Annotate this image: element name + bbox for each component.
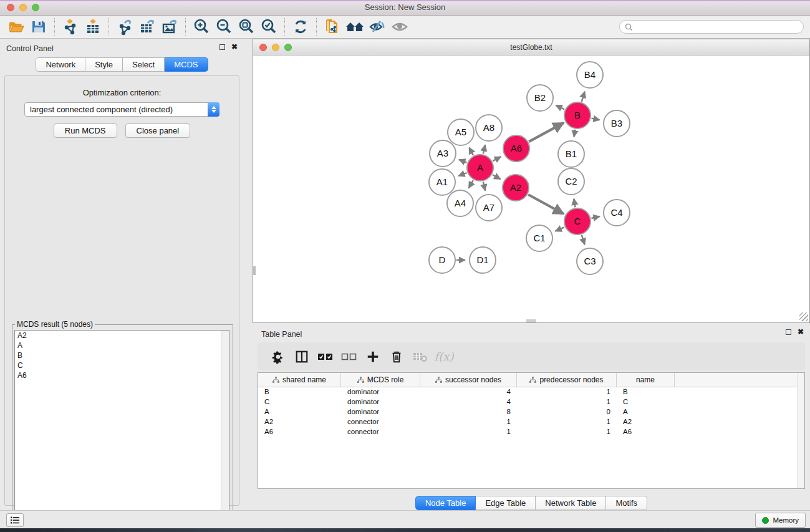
mcds-result-item[interactable]: A6 [15, 370, 229, 380]
cell-successor-nodes[interactable]: 1 [420, 417, 517, 427]
add-column-icon[interactable] [361, 347, 385, 366]
memory-button[interactable]: Memory [755, 513, 806, 528]
refresh-layout-icon[interactable] [289, 17, 312, 36]
graph-node-A6[interactable]: A6 [503, 135, 529, 162]
table-row[interactable]: A2connector11A2 [258, 417, 804, 427]
cell-successor-nodes[interactable]: 4 [420, 397, 517, 407]
zoom-in-icon[interactable] [190, 17, 213, 36]
graph-node-B1[interactable]: B1 [558, 141, 584, 167]
cell-shared-name[interactable]: A6 [258, 427, 341, 437]
graph-node-C[interactable]: C [564, 208, 591, 235]
cell-name[interactable]: C [617, 397, 675, 407]
cell-predecessor-nodes[interactable]: 1 [517, 387, 617, 397]
tab-motifs[interactable]: Motifs [606, 496, 647, 510]
graph-edge-A-A6[interactable] [493, 157, 501, 161]
graph-node-A[interactable]: A [467, 155, 493, 181]
zoom-fit-icon[interactable] [235, 17, 258, 36]
close-panel-button[interactable]: Close panel [125, 123, 191, 138]
cell-mcds-role[interactable]: connector [341, 427, 420, 437]
cell-successor-nodes[interactable]: 4 [420, 387, 517, 397]
graph-node-C3[interactable]: C3 [577, 248, 603, 274]
cell-successor-nodes[interactable]: 8 [420, 407, 517, 417]
network-window-titlebar[interactable]: testGlobe.txt [253, 39, 809, 56]
cell-mcds-role[interactable]: dominator [341, 407, 420, 417]
graph-node-B4[interactable]: B4 [577, 62, 603, 88]
table-row[interactable]: Bdominator41B [258, 387, 804, 397]
cell-mcds-role[interactable]: dominator [341, 387, 420, 397]
horizontal-scroll-indicator[interactable] [526, 319, 536, 322]
cell-name[interactable]: A [617, 407, 675, 417]
graph-edge-C-C2[interactable] [574, 199, 575, 208]
settings-gear-icon[interactable] [266, 347, 290, 366]
import-network-icon[interactable] [59, 17, 82, 36]
graph-edge-C-C3[interactable] [582, 235, 585, 244]
mcds-result-item[interactable]: A2 [15, 331, 229, 341]
graph-edge-B-B4[interactable] [582, 92, 585, 102]
close-table-panel-icon[interactable]: ✖ [798, 329, 804, 335]
mcds-result-list[interactable]: A2ABCA6 [14, 330, 229, 531]
cell-name[interactable]: A6 [617, 427, 675, 437]
graph-edge-A-A8[interactable] [483, 145, 485, 153]
network-canvas[interactable]: B4B2BB3A8A5A6A3B1AA1C2A2A4A7C4CC1C3DD1 [253, 56, 809, 322]
cell-name[interactable]: A2 [617, 417, 675, 427]
export-table-icon[interactable] [136, 17, 158, 36]
cell-successor-nodes[interactable]: 1 [420, 427, 517, 437]
graph-edge-A6-B[interactable] [529, 123, 564, 142]
optimization-criterion-select[interactable]: largest connected component (directed) [24, 102, 219, 117]
table-row[interactable]: Adominator80A [258, 407, 804, 417]
table-row[interactable]: Cdominator41C [258, 397, 804, 407]
close-panel-icon[interactable]: ✖ [231, 44, 238, 50]
cell-shared-name[interactable]: B [258, 387, 341, 397]
graph-edge-A-A5[interactable] [469, 148, 473, 155]
cell-name[interactable]: B [617, 387, 675, 397]
graph-node-A5[interactable]: A5 [448, 119, 474, 145]
hide-selected-icon[interactable] [366, 17, 388, 36]
column-header-shared-name[interactable]: shared name [258, 373, 341, 387]
export-network-icon[interactable] [113, 17, 136, 36]
graph-node-A8[interactable]: A8 [476, 115, 502, 141]
graph-node-C1[interactable]: C1 [526, 225, 552, 251]
cell-shared-name[interactable]: C [258, 397, 341, 407]
show-all-icon[interactable] [388, 17, 411, 36]
graph-edge-A2-C[interactable] [528, 195, 564, 214]
tab-network[interactable]: Network [36, 57, 85, 72]
mcds-result-item[interactable]: A [15, 341, 229, 351]
network-from-selection-icon[interactable] [321, 17, 344, 36]
zoom-selected-icon[interactable] [258, 17, 280, 36]
result-scrollbar[interactable] [221, 331, 229, 531]
cell-shared-name[interactable]: A2 [258, 417, 341, 427]
delete-column-icon[interactable] [385, 347, 408, 366]
search-input[interactable] [636, 22, 798, 31]
column-header-name[interactable]: name [617, 373, 675, 387]
float-panel-icon[interactable] [219, 44, 225, 50]
graph-node-A4[interactable]: A4 [447, 190, 473, 216]
cell-mcds-role[interactable]: connector [341, 417, 420, 427]
graph-node-A2[interactable]: A2 [503, 175, 529, 201]
graph-node-A3[interactable]: A3 [430, 140, 456, 167]
tab-edge-table[interactable]: Edge Table [476, 496, 536, 510]
home-icon[interactable] [344, 17, 366, 36]
graph-node-B3[interactable]: B3 [604, 110, 630, 137]
deselect-all-icon[interactable] [337, 347, 361, 366]
column-header-MCDS-role[interactable]: MCDS role [341, 373, 420, 387]
graph-node-D[interactable]: D [429, 247, 455, 273]
tab-style[interactable]: Style [85, 57, 123, 72]
graph-node-D1[interactable]: D1 [470, 247, 496, 273]
graph-edge-C-C1[interactable] [556, 227, 564, 231]
graph-node-C2[interactable]: C2 [558, 168, 584, 195]
graph-node-A7[interactable]: A7 [476, 195, 502, 221]
mcds-result-item[interactable]: B [15, 351, 229, 360]
mcds-result-item[interactable]: C [15, 360, 229, 370]
float-table-panel-icon[interactable] [786, 329, 791, 335]
graph-edge-B-B3[interactable] [592, 118, 600, 120]
cell-predecessor-nodes[interactable]: 0 [517, 407, 617, 417]
zoom-out-icon[interactable] [213, 17, 235, 36]
graph-edge-A-A1[interactable] [458, 173, 466, 176]
table-row[interactable]: A6connector11A6 [258, 427, 804, 437]
graph-edge-A-A7[interactable] [483, 181, 485, 190]
cell-predecessor-nodes[interactable]: 1 [517, 417, 617, 427]
graph-edge-C-C4[interactable] [591, 216, 599, 218]
open-session-icon[interactable] [5, 17, 27, 36]
task-history-button[interactable] [6, 513, 24, 527]
column-layout-icon[interactable] [290, 347, 314, 366]
